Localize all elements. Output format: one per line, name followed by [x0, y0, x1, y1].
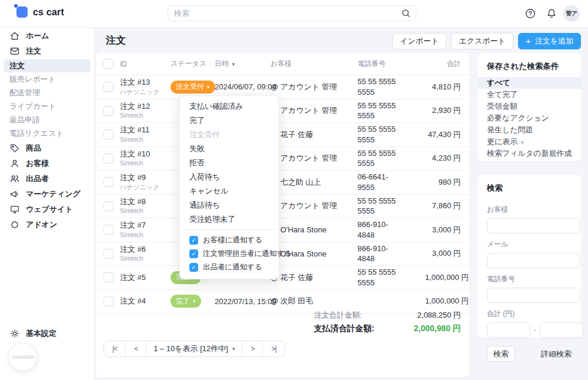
- saved-search-item[interactable]: 発生した問題▾: [477, 124, 581, 136]
- sidebar-item-vendors[interactable]: 出品者: [0, 171, 94, 186]
- sidebar-subitem[interactable]: ライブカート: [4, 100, 91, 113]
- row-checkbox[interactable]: [103, 177, 113, 187]
- sidebar-subitem[interactable]: 注文: [4, 59, 91, 72]
- sidebar-item-orders[interactable]: 注文: [0, 44, 94, 59]
- table-row[interactable]: 注文 #8 Simtech ▾ @ アカウント 管理 55 55 5555 55…: [96, 195, 469, 219]
- order-id[interactable]: 注文 #12: [120, 102, 171, 111]
- saved-search-item[interactable]: 必要なアクション▾: [477, 112, 581, 124]
- app-logo[interactable]: cs cart: [16, 6, 64, 18]
- status-option[interactable]: キャンセル: [180, 184, 279, 198]
- total-max-field[interactable]: [540, 322, 583, 338]
- notify-option[interactable]: ✓ 注文管理担当者に通知する: [180, 247, 279, 261]
- table-row[interactable]: 注文 #7 Simtech ▾ @ O'Hara Stone 866-910- …: [96, 218, 469, 242]
- export-button[interactable]: エクスポート: [451, 33, 513, 49]
- column-header-phone[interactable]: 電話番号: [358, 59, 425, 69]
- saved-search-item[interactable]: 受領金額▾: [477, 101, 581, 112]
- column-header-date[interactable]: 日時▼: [211, 59, 268, 69]
- sidebar-subitem[interactable]: 配送管理: [4, 86, 91, 99]
- status-option[interactable]: 受注処理未了: [180, 212, 279, 226]
- pagination-last-button[interactable]: >|: [263, 341, 284, 356]
- order-customer[interactable]: @ アカウント 管理: [268, 82, 358, 92]
- status-option[interactable]: 入荷待ち: [180, 170, 279, 184]
- order-customer[interactable]: @ O'Hara Stone: [268, 225, 358, 234]
- order-id[interactable]: 注文 #13: [120, 78, 171, 87]
- order-id[interactable]: 注文 #5: [120, 273, 171, 282]
- status-option[interactable]: 拒否: [180, 156, 279, 170]
- column-header-id[interactable]: ID: [120, 60, 171, 68]
- order-customer[interactable]: @ 次郎 田毛: [268, 296, 358, 306]
- status-badge[interactable]: 完了 ▾: [171, 295, 201, 308]
- search-icon[interactable]: [401, 8, 411, 18]
- status-option[interactable]: 完了: [180, 114, 279, 128]
- table-row[interactable]: 注文 #10 Simtech ▾ @ アカウント 管理 55 55 5555 5…: [96, 147, 469, 171]
- order-customer[interactable]: @ アカウント 管理: [268, 105, 358, 116]
- row-checkbox[interactable]: [103, 201, 113, 211]
- order-id[interactable]: 注文 #6: [120, 245, 171, 254]
- order-customer[interactable]: @ 七之助 山上: [268, 177, 358, 188]
- row-checkbox[interactable]: [103, 129, 113, 139]
- table-row[interactable]: 注文 #9 ハナソニック ▾ @ 七之助 山上 06-6641- 9555 98…: [96, 171, 469, 195]
- sidebar-subitem[interactable]: 返品申請: [4, 114, 91, 126]
- order-id[interactable]: 注文 #11: [120, 125, 171, 135]
- import-button[interactable]: インポート: [392, 33, 446, 49]
- phone-field[interactable]: [487, 288, 580, 303]
- saved-search-item[interactable]: 全て完了▾: [477, 89, 581, 101]
- pagination-first-button[interactable]: |<: [104, 341, 126, 356]
- sidebar-item-addons[interactable]: アドオン: [0, 217, 94, 232]
- user-avatar[interactable]: 管ア: [563, 5, 580, 22]
- pagination-range-dropdown[interactable]: 1 – 10を表示 [12件中] ▾: [146, 341, 242, 356]
- row-checkbox[interactable]: [103, 249, 113, 259]
- order-id[interactable]: 注文 #8: [120, 197, 171, 206]
- customer-field[interactable]: [487, 218, 580, 234]
- status-badge[interactable]: 注文受付 ▾: [171, 81, 215, 94]
- status-option[interactable]: 通話待ち: [180, 198, 279, 212]
- order-customer[interactable]: @ 花子 佐藤: [268, 129, 358, 140]
- saved-search-item[interactable]: 検索フィルタの新規作成▾: [477, 148, 581, 159]
- table-row[interactable]: 注文 #13 ハナソニック 注文受付 ▾ 2024/06/07, 09:04 @…: [96, 75, 469, 99]
- checkbox-checked-icon[interactable]: ✓: [189, 236, 198, 245]
- total-min-field[interactable]: [487, 322, 530, 338]
- sidebar-subitem[interactable]: 電話リクエスト: [4, 127, 91, 140]
- checkbox-checked-icon[interactable]: ✓: [189, 263, 198, 272]
- advanced-search-link[interactable]: 詳細検索: [541, 349, 572, 359]
- add-order-button[interactable]: + 注文を追加: [518, 33, 581, 49]
- pagination-prev-button[interactable]: <: [126, 341, 146, 356]
- status-option[interactable]: 注文受付: [180, 128, 279, 142]
- help-icon[interactable]: [523, 6, 537, 21]
- order-id[interactable]: 注文 #4: [120, 296, 171, 306]
- search-submit-button[interactable]: 検索: [487, 346, 515, 362]
- order-customer[interactable]: @ 花子 佐藤: [268, 272, 358, 283]
- sidebar-item-website[interactable]: ウェブサイト: [0, 202, 94, 217]
- order-id[interactable]: 注文 #9: [120, 173, 171, 182]
- pagination-next-button[interactable]: >: [242, 341, 263, 356]
- row-checkbox[interactable]: [103, 225, 113, 235]
- search-input[interactable]: [168, 5, 416, 21]
- table-row[interactable]: 注文 #5 完了 ▾ @ 花子 佐藤 55 55 5555 5555 1,000…: [96, 266, 469, 290]
- select-all-checkbox[interactable]: [103, 59, 113, 69]
- row-checkbox[interactable]: [103, 296, 113, 306]
- email-field[interactable]: [487, 253, 580, 268]
- storefront-badge[interactable]: DemoSite: [9, 343, 37, 371]
- row-checkbox[interactable]: [103, 154, 113, 164]
- sidebar-item-home[interactable]: ホーム: [0, 28, 94, 44]
- status-option[interactable]: 失敗: [180, 142, 279, 156]
- notify-option[interactable]: ✓ 出品者に通知する: [180, 261, 279, 274]
- column-header-status[interactable]: ステータス: [171, 59, 211, 69]
- order-customer[interactable]: @ アカウント 管理: [268, 153, 358, 164]
- table-row[interactable]: 注文 #11 Simtech ▾ @ 花子 佐藤 55 55 5555 5555…: [96, 123, 469, 147]
- notify-option[interactable]: ✓ お客様に通知する: [180, 234, 279, 247]
- column-header-customer[interactable]: お客様: [268, 59, 358, 69]
- sidebar-item-settings[interactable]: 基本設定: [0, 326, 94, 341]
- order-customer[interactable]: @ アカウント 管理: [268, 201, 358, 211]
- saved-search-item[interactable]: 更に表示▾: [477, 136, 581, 148]
- order-id[interactable]: 注文 #7: [120, 221, 171, 230]
- sidebar-item-marketing[interactable]: マーケティング: [0, 186, 94, 202]
- status-option[interactable]: 支払い確認済み: [180, 99, 279, 114]
- saved-search-item[interactable]: すべて▾: [477, 77, 581, 89]
- notifications-bell-icon[interactable]: [544, 6, 559, 21]
- checkbox-checked-icon[interactable]: ✓: [189, 249, 198, 258]
- sidebar-subitem[interactable]: 販売レポート: [4, 73, 91, 86]
- column-header-total[interactable]: 合計: [425, 59, 461, 69]
- order-id[interactable]: 注文 #10: [120, 149, 171, 159]
- table-row[interactable]: 注文 #12 Simtech ▾ @ アカウント 管理 55 55 5555 5…: [96, 99, 469, 124]
